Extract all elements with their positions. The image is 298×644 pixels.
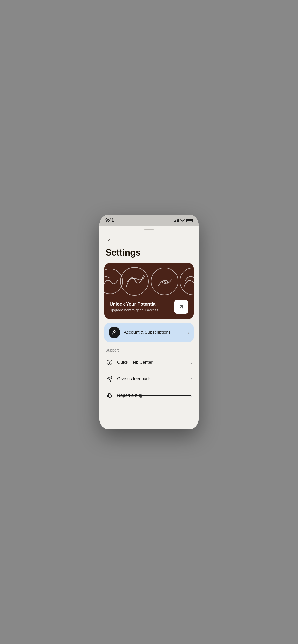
- menu-item-bug[interactable]: Report a bug ›: [104, 387, 194, 404]
- status-bar: 9:41: [99, 215, 199, 226]
- account-section: Account & Subscriptions ›: [104, 323, 194, 342]
- bug-label: Report a bug: [117, 393, 191, 398]
- account-subscriptions-button[interactable]: Account & Subscriptions ›: [104, 323, 194, 342]
- promo-title: Unlock Your Potential: [110, 302, 158, 307]
- person-icon: [112, 330, 117, 335]
- promo-subtitle: Upgrade now to get full access: [110, 308, 158, 312]
- send-icon: [105, 375, 114, 383]
- feedback-label: Give us feedback: [117, 376, 191, 382]
- close-button[interactable]: ×: [103, 234, 115, 245]
- settings-sheet: × Settings: [99, 226, 199, 429]
- deco-circle-3: [151, 268, 178, 295]
- feedback-chevron-icon: ›: [191, 376, 193, 382]
- avatar: [109, 327, 120, 338]
- bug-chevron-icon: ›: [191, 393, 193, 398]
- close-icon: ×: [107, 237, 111, 243]
- menu-item-feedback[interactable]: Give us feedback ›: [104, 371, 194, 387]
- menu-item-help[interactable]: Quick Help Center ›: [104, 354, 194, 371]
- svg-point-1: [113, 331, 115, 332]
- arrow-up-right-icon: [178, 304, 184, 310]
- support-menu-list: Quick Help Center › Give us feedback ›: [104, 354, 194, 404]
- promo-text: Unlock Your Potential Upgrade now to get…: [110, 302, 158, 312]
- promo-card-bottom: Unlock Your Potential Upgrade now to get…: [110, 300, 188, 314]
- status-icons: [174, 219, 193, 222]
- battery-icon: [186, 219, 193, 222]
- signal-bars-icon: [174, 219, 179, 222]
- account-chevron-icon: ›: [188, 330, 189, 335]
- promo-card[interactable]: Unlock Your Potential Upgrade now to get…: [104, 263, 194, 319]
- account-label: Account & Subscriptions: [124, 330, 188, 335]
- status-time: 9:41: [105, 218, 114, 223]
- phone-frame: 9:41 × Settings: [99, 215, 199, 429]
- bug-icon: [105, 391, 114, 400]
- help-label: Quick Help Center: [117, 360, 191, 365]
- wifi-icon: [180, 219, 185, 222]
- drag-handle[interactable]: [144, 229, 154, 230]
- promo-upgrade-button[interactable]: [174, 300, 188, 314]
- support-section-label: Support: [104, 348, 194, 352]
- support-section: Support Quick Help Center ›: [104, 348, 194, 404]
- help-chevron-icon: ›: [191, 360, 193, 365]
- question-circle-icon: [105, 358, 114, 367]
- page-title: Settings: [99, 245, 199, 263]
- deco-circle-2: [120, 267, 149, 296]
- svg-point-3: [109, 363, 110, 364]
- deco-circle-4: [180, 268, 194, 295]
